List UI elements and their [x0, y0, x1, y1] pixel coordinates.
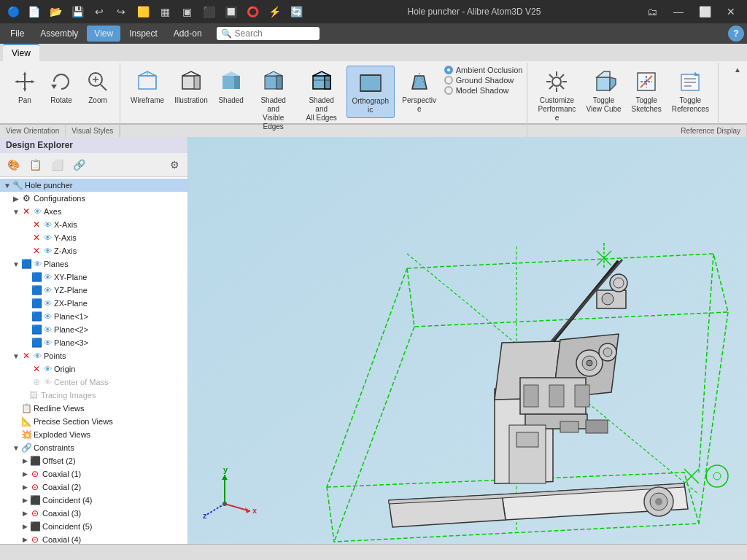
de-list-btn[interactable]: 📋 — [25, 155, 45, 175]
tree-root[interactable]: ▼ 🔧 Hole puncher — [0, 179, 187, 192]
3d-viewport[interactable]: x y z — [188, 137, 747, 544]
menu-inspect[interactable]: Inspect — [122, 26, 165, 42]
rotate-button[interactable]: Rotate — [44, 66, 79, 108]
tree-coincident5[interactable]: ▶ ⬛ Coincident (5) — [0, 520, 187, 533]
undo-btn[interactable]: ↩ — [89, 1, 109, 22]
tree-coaxial2[interactable]: ▶ ⊙ Coaxial (2) — [0, 481, 187, 494]
axes-x-icon: ✕ — [20, 206, 32, 217]
menu-assembly[interactable]: Assembly — [33, 26, 85, 42]
help-button[interactable]: ? — [728, 26, 744, 42]
menu-view[interactable]: View — [87, 26, 120, 42]
tree-zxplane[interactable]: 🟦 👁 ZX-Plane — [0, 297, 187, 310]
open-btn[interactable]: 📂 — [45, 1, 66, 22]
ambient-occlusion-check[interactable]: Ambient Occlusion — [444, 66, 523, 74]
wireframe-button[interactable]: Wireframe — [126, 66, 169, 108]
pan-button[interactable]: Pan — [7, 66, 42, 108]
tree-yaxis[interactable]: ✕ 👁 Y-Axis — [0, 231, 187, 244]
window-menu-btn[interactable]: 🗂 — [642, 1, 662, 22]
minimize-btn[interactable]: — — [668, 1, 689, 22]
tree-exploded-views[interactable]: 💥 Exploded Views — [0, 428, 187, 441]
svg-rect-26 — [360, 75, 381, 91]
menu-file[interactable]: File — [3, 26, 31, 42]
planes-icon: 🟦 — [20, 258, 32, 270]
svg-text:y: y — [223, 465, 228, 474]
svg-rect-9 — [139, 76, 156, 89]
tree-constraints[interactable]: ▼ 🔗 Constraints — [0, 441, 187, 454]
tree-plane1[interactable]: 🟦 👁 Plane<1> — [0, 310, 187, 323]
misc2-btn[interactable]: ▦ — [155, 1, 175, 22]
design-explorer-title: Design Explorer — [6, 140, 73, 150]
toggle-references-button[interactable]: ToggleReferences — [667, 66, 713, 117]
tree-xyplane[interactable]: 🟦 👁 XY-Plane — [0, 271, 187, 284]
zaxis-label: Z-Axis — [53, 246, 77, 255]
orthographic-button[interactable]: Orthographic — [347, 66, 395, 118]
perspective-button[interactable]: Perspective — [396, 66, 443, 117]
misc1-btn[interactable]: 🟨 — [133, 1, 153, 22]
tree-configurations[interactable]: ▶ ⚙ Configurations — [0, 192, 187, 205]
shaded-all-button[interactable]: Shaded andAll Edges — [298, 66, 345, 125]
tree-planes[interactable]: ▼ 🟦 👁 Planes — [0, 257, 187, 271]
tree-center-of-mass[interactable]: ⊕ 👁 Center of Mass — [0, 376, 187, 389]
main-area: Design Explorer 🎨 📋 ⬜ 🔗 ⚙ ▼ 🔧 Hole punch… — [0, 137, 747, 544]
toggle-viewcube-button[interactable]: ToggleView Cube — [581, 66, 625, 117]
model-shadow-check[interactable]: Model Shadow — [444, 86, 523, 95]
shaded-visible-button[interactable]: Shaded andVisible Edges — [250, 66, 297, 134]
svg-line-40 — [549, 85, 553, 89]
de-settings-btn[interactable]: ⚙ — [164, 155, 185, 175]
save-btn[interactable]: 💾 — [67, 1, 88, 22]
de-color-btn[interactable]: 🎨 — [3, 155, 23, 175]
redo-btn[interactable]: ↪ — [111, 1, 131, 22]
toggle-sketches-button[interactable]: ToggleSketches — [627, 66, 666, 117]
ground-shadow-check[interactable]: Ground Shadow — [444, 76, 523, 85]
maximize-btn[interactable]: ⬜ — [694, 1, 715, 22]
tree-plane3[interactable]: 🟦 👁 Plane<3> — [0, 336, 187, 349]
tree-redline-views[interactable]: 📋 Redline Views — [0, 402, 187, 415]
misc3-btn[interactable]: ▣ — [177, 1, 197, 22]
tree-precise-section-views[interactable]: 📐 Precise Section Views — [0, 415, 187, 428]
tree-coaxial1[interactable]: ▶ ⊙ Coaxial (1) — [0, 467, 187, 481]
tree-origin[interactable]: ✕ 👁 Origin — [0, 362, 187, 376]
root-label: Hole puncher — [23, 181, 72, 190]
ground-shadow-circle — [444, 76, 453, 85]
tree-coaxial4[interactable]: ▶ ⊙ Coaxial (4) — [0, 533, 187, 544]
svg-point-97 — [655, 498, 662, 505]
new-btn[interactable]: 📄 — [23, 1, 44, 22]
zoom-button[interactable]: Zoom — [80, 66, 115, 108]
misc6-btn[interactable]: ⭕ — [242, 1, 263, 22]
window-title: Hole puncher - Alibre Atom3D V25 — [306, 7, 642, 17]
svg-point-98 — [610, 274, 627, 292]
svg-point-86 — [587, 360, 592, 366]
ribbon-collapse-btn[interactable]: ▲ — [734, 66, 741, 74]
misc5-btn[interactable]: 🔲 — [220, 1, 241, 22]
points-x-icon: ✕ — [20, 350, 32, 362]
tree-yzplane[interactable]: 🟦 👁 YZ-Plane — [0, 284, 187, 297]
shaded-label: Shaded — [218, 96, 243, 105]
de-filter-btn[interactable]: ⬜ — [47, 155, 67, 175]
customize-performance-button[interactable]: CustomizePerformance — [533, 66, 580, 125]
close-btn[interactable]: ✕ — [721, 1, 741, 22]
tree-plane2[interactable]: 🟦 👁 Plane<2> — [0, 323, 187, 336]
search-box[interactable]: 🔍 — [217, 27, 320, 40]
shaded-button[interactable]: Shaded — [214, 66, 249, 108]
tree-tracing-images[interactable]: 🖼 Tracing Images — [0, 389, 187, 402]
illustration-button[interactable]: Illustration — [170, 66, 212, 108]
illustration-label: Illustration — [174, 96, 208, 105]
tree-axes[interactable]: ▼ ✕ 👁 Axes — [0, 205, 187, 218]
tree-points[interactable]: ▼ ✕ 👁 Points — [0, 349, 187, 362]
misc8-btn[interactable]: 🔄 — [286, 1, 306, 22]
de-link-btn[interactable]: 🔗 — [69, 155, 89, 175]
tree-coincident4[interactable]: ▶ ⬛ Coincident (4) — [0, 494, 187, 507]
tree-offset2[interactable]: ▶ ⬛ Offset (2) — [0, 454, 187, 467]
misc7-btn[interactable]: ⚡ — [264, 1, 285, 22]
svg-marker-42 — [597, 71, 610, 77]
tree-xaxis[interactable]: ✕ 👁 X-Axis — [0, 218, 187, 231]
misc4-btn[interactable]: ⬛ — [198, 1, 219, 22]
plane3-icon: 🟦 — [31, 337, 42, 349]
menu-addon[interactable]: Add-on — [166, 26, 209, 42]
svg-point-92 — [602, 293, 614, 305]
search-input[interactable] — [235, 28, 315, 39]
offset2-label: Offset (2) — [41, 456, 76, 465]
tree-coaxial3[interactable]: ▶ ⊙ Coaxial (3) — [0, 507, 187, 520]
tree-zaxis[interactable]: ✕ 👁 Z-Axis — [0, 244, 187, 257]
tab-view[interactable]: View — [3, 44, 39, 61]
